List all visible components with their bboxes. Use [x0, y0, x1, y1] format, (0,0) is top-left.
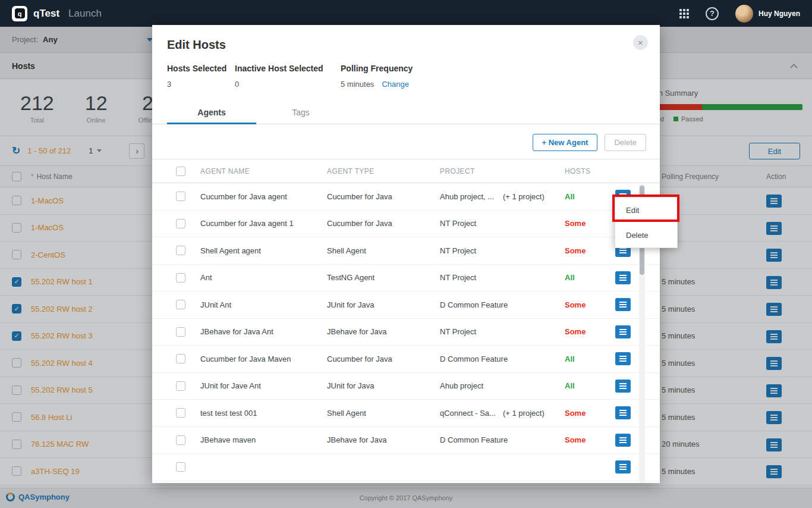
menu-icon — [619, 247, 627, 253]
hosts-status: Some — [565, 409, 615, 418]
agent-project: D Common Feature — [440, 355, 565, 363]
agent-menu-button[interactable] — [615, 380, 631, 393]
agent-row: Cucumber for Java agent Cucumber for Jav… — [152, 183, 660, 211]
modal-tabs: Agents Tags — [152, 101, 660, 124]
menu-icon — [619, 383, 627, 389]
agent-name: Shell Agent agent — [200, 246, 327, 255]
hosts-status: All — [565, 273, 615, 282]
agent-menu-button[interactable] — [615, 406, 631, 419]
agent-type: Cucumber for Java — [327, 192, 440, 201]
menu-item-edit[interactable]: Edit — [615, 197, 677, 222]
hosts-header: HOSTS — [565, 167, 615, 175]
agent-type: Cucumber for Java — [327, 219, 440, 228]
qtest-logo[interactable]: q qTest Launch — [12, 6, 102, 21]
modal-summary: Hosts Selected 3 Inactive Host Selected … — [152, 52, 660, 89]
agent-row-partial — [152, 454, 660, 481]
menu-icon — [619, 356, 627, 362]
app-grid-icon[interactable] — [679, 9, 689, 18]
agent-row: Cucumber for Java agent 1 Cucumber for J… — [152, 211, 660, 238]
agent-menu-button[interactable] — [615, 298, 631, 311]
edit-hosts-modal: Edit Hosts × Hosts Selected 3 Inactive H… — [152, 25, 660, 483]
menu-item-delete[interactable]: Delete — [615, 222, 677, 247]
delete-button[interactable]: Delete — [605, 134, 646, 151]
modal-title: Edit Hosts — [152, 25, 660, 52]
agent-row: JBehave maven JBehave for Java D Common … — [152, 427, 660, 454]
hosts-status: All — [565, 192, 615, 201]
agent-type: JBehave for Java — [327, 435, 440, 444]
user-menu[interactable]: Huy Nguyen — [735, 5, 800, 23]
new-agent-button[interactable]: + New Agent — [533, 134, 598, 151]
agent-project: D Common Feature — [440, 300, 565, 309]
agent-row: Cucumber for Java Maven Cucumber for Jav… — [152, 346, 660, 373]
polling-frequency-block: Polling Frequency 5 minutes Change — [341, 64, 413, 89]
user-name: Huy Nguyen — [759, 10, 800, 18]
agent-menu-button[interactable] — [615, 271, 631, 284]
row-checkbox[interactable] — [176, 192, 185, 201]
agent-project: Ahub project — [440, 381, 565, 390]
agent-type: Shell Agent — [327, 409, 440, 418]
hosts-status: All — [565, 355, 615, 363]
row-checkbox[interactable] — [176, 408, 185, 418]
row-checkbox[interactable] — [176, 327, 185, 337]
select-all-checkbox[interactable] — [176, 167, 185, 176]
agent-project: Ahub project, ...(+ 1 project) — [440, 192, 565, 201]
agent-row: JBehave for Java Ant JBehave for Java NT… — [152, 319, 660, 346]
agents-table-header: AGENT NAME AGENT TYPE PROJECT HOSTS — [152, 159, 660, 183]
menu-icon — [619, 329, 627, 335]
agent-menu-button[interactable] — [615, 434, 631, 447]
row-checkbox[interactable] — [176, 219, 185, 228]
brand-name: qTest — [33, 8, 59, 20]
project-extra: (+ 1 project) — [503, 192, 545, 201]
agent-menu-button[interactable] — [615, 325, 631, 338]
agent-row: Ant TestNG Agent NT Project All — [152, 265, 660, 292]
agent-type: JBehave for Java — [327, 327, 440, 336]
agent-row: Shell Agent agent Shell Agent NT Project… — [152, 237, 660, 265]
menu-icon — [619, 464, 627, 470]
row-checkbox[interactable] — [176, 462, 185, 472]
agent-project: NT Project — [440, 327, 565, 336]
hosts-status: Some — [565, 435, 615, 444]
agent-menu-button[interactable] — [615, 460, 631, 473]
agent-type: Shell Agent — [327, 246, 440, 255]
close-icon[interactable]: × — [633, 35, 648, 50]
inactive-hosts-block: Inactive Host Selected 0 — [235, 64, 341, 89]
agent-type: TestNG Agent — [327, 273, 440, 282]
agent-name: Ant — [200, 273, 327, 282]
agent-name: Cucumber for Java agent — [200, 192, 327, 201]
agent-row: JUnit for Jave Ant JUnit for Java Ahub p… — [152, 373, 660, 400]
agent-project: qConnect - Sa...(+ 1 project) — [440, 409, 565, 418]
menu-icon — [619, 410, 627, 416]
row-checkbox[interactable] — [176, 354, 185, 363]
menu-icon — [619, 302, 627, 308]
row-checkbox[interactable] — [176, 381, 185, 391]
project-header: PROJECT — [440, 167, 565, 175]
row-context-menu: Edit Delete — [615, 197, 678, 248]
hosts-status: Some — [565, 300, 615, 309]
agent-name: Cucumber for Java Maven — [200, 355, 327, 363]
row-checkbox[interactable] — [176, 435, 185, 445]
inactive-hosts-value: 0 — [235, 80, 341, 89]
row-checkbox[interactable] — [176, 300, 185, 309]
change-polling-link[interactable]: Change — [382, 80, 409, 89]
agent-menu-button[interactable] — [615, 352, 631, 365]
menu-icon — [619, 437, 627, 443]
tab-agents[interactable]: Agents — [167, 101, 256, 124]
hosts-status: Some — [565, 327, 615, 336]
row-checkbox[interactable] — [176, 273, 185, 283]
agent-project: NT Project — [440, 219, 565, 228]
avatar — [735, 5, 753, 23]
qtest-logo-icon: q — [12, 6, 27, 21]
row-checkbox[interactable] — [176, 246, 185, 255]
brand-product: Launch — [68, 8, 102, 20]
agents-table: AGENT NAME AGENT TYPE PROJECT HOSTS Cucu… — [152, 159, 660, 483]
agent-name-header: AGENT NAME — [200, 167, 327, 175]
top-navbar: q qTest Launch ? Huy Nguyen — [0, 0, 812, 27]
agent-row: JUnit Ant JUnit for Java D Common Featur… — [152, 291, 660, 319]
hosts-status: Some — [565, 246, 615, 255]
hosts-status: Some — [565, 219, 615, 228]
agent-name: test test test 001 — [200, 409, 327, 418]
tab-tags[interactable]: Tags — [256, 101, 345, 124]
agent-name: JUnit for Jave Ant — [200, 381, 327, 390]
hosts-selected-block: Hosts Selected 3 — [167, 64, 235, 89]
help-icon[interactable]: ? — [706, 7, 719, 20]
